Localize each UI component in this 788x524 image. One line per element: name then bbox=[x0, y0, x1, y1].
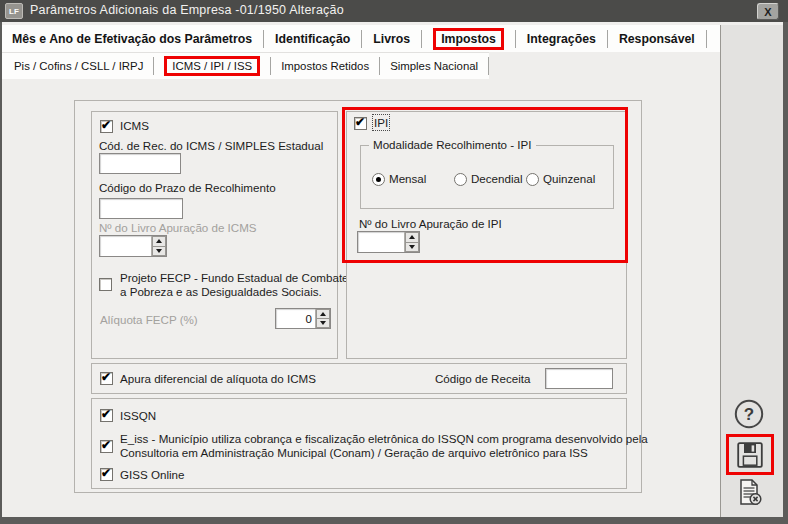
fecp-checkbox[interactable] bbox=[99, 278, 112, 291]
close-button[interactable]: X bbox=[757, 3, 779, 20]
secondary-tab-bar: Pis / Cofins / CSLL / IRPJ ICMS / IPI / … bbox=[2, 52, 489, 79]
aliquota-fecp-label: Alíquota FECP (%) bbox=[100, 313, 198, 326]
tab-impostos[interactable]: Impostos bbox=[422, 25, 515, 52]
tab-divider bbox=[706, 30, 707, 48]
apura-diferencial-checkbox[interactable] bbox=[100, 372, 113, 385]
codigo-receita-input[interactable] bbox=[545, 368, 613, 389]
icms-group: ICMS Cód. de Rec. do ICMS / SIMPLES Esta… bbox=[91, 111, 338, 359]
codigo-receita-label: Código de Receita bbox=[435, 372, 530, 385]
parametros-adicionais-dialog: LF Parâmetros Adicionais da Empresa -01/… bbox=[0, 0, 788, 524]
livro-apuracao-icms-input[interactable] bbox=[100, 236, 151, 256]
primary-tab-bar: Mês e Ano de Efetivação dos Parâmetros I… bbox=[2, 25, 720, 52]
tab-divider bbox=[488, 57, 489, 75]
help-icon: ? bbox=[733, 398, 765, 430]
aliquota-fecp-spinner[interactable] bbox=[275, 308, 331, 329]
window-title: Parâmetros Adicionais da Empresa -01/195… bbox=[30, 3, 344, 17]
tab-simples-nacional[interactable]: Simples Nacional bbox=[380, 53, 488, 79]
issqn-checkbox-label: ISSQN bbox=[120, 409, 156, 422]
tab-icms-ipi-iss[interactable]: ICMS / IPI / ISS bbox=[154, 53, 270, 79]
spin-down-icon[interactable] bbox=[152, 246, 166, 257]
icms-checkbox[interactable] bbox=[100, 120, 113, 133]
spin-down-icon[interactable] bbox=[316, 318, 330, 328]
giss-checkbox[interactable] bbox=[100, 468, 113, 481]
app-icon: LF bbox=[5, 3, 23, 19]
tab-impostos-retidos[interactable]: Impostos Retidos bbox=[271, 53, 379, 79]
tab-identificacao[interactable]: Identificação bbox=[264, 25, 361, 52]
cod-rec-icms-input[interactable] bbox=[99, 153, 181, 174]
side-button-column: ? bbox=[721, 25, 783, 517]
aliquota-fecp-input[interactable] bbox=[276, 309, 315, 328]
fecp-checkbox-label: Projeto FECP - Fundo Estadual de Combate… bbox=[120, 271, 349, 299]
save-button[interactable] bbox=[726, 434, 774, 475]
livro-apuracao-icms-spinner[interactable] bbox=[99, 235, 167, 257]
help-button[interactable]: ? bbox=[732, 397, 766, 431]
ipi-highlight-ring bbox=[342, 107, 628, 263]
dialog-body: Mês e Ano de Efetivação dos Parâmetros I… bbox=[2, 22, 783, 517]
spin-up-icon[interactable] bbox=[152, 236, 166, 246]
tab-integracoes[interactable]: Integrações bbox=[516, 25, 607, 52]
livro-apuracao-icms-label: Nº do Livro Apuração de ICMS bbox=[99, 221, 257, 234]
diferencial-aliquota-group: Apura diferencial de alíquota do ICMS Có… bbox=[91, 363, 627, 394]
issqn-group: ISSQN E_iss - Município utiliza cobrança… bbox=[91, 398, 627, 489]
tab-mes-ano-efetivacao[interactable]: Mês e Ano de Efetivação dos Parâmetros bbox=[2, 25, 263, 52]
apura-diferencial-label: Apura diferencial de alíquota do ICMS bbox=[120, 372, 316, 385]
icms-ipi-iss-highlight-ring: ICMS / IPI / ISS bbox=[164, 56, 260, 76]
tab-pis-cofins-csll-irpj[interactable]: Pis / Cofins / CSLL / IRPJ bbox=[2, 53, 153, 79]
impostos-highlight-ring: Impostos bbox=[433, 28, 504, 50]
cod-rec-icms-label: Cód. de Rec. do ICMS / SIMPLES Estadual bbox=[99, 139, 323, 152]
cancel-button[interactable] bbox=[734, 477, 766, 507]
prazo-recolhimento-label: Código do Prazo de Recolhimento bbox=[99, 181, 276, 194]
eiss-checkbox[interactable] bbox=[100, 440, 113, 453]
cancel-document-icon bbox=[735, 478, 765, 506]
eiss-checkbox-label: E_iss - Município utiliza cobrança e fis… bbox=[120, 432, 648, 459]
title-bar: LF Parâmetros Adicionais da Empresa -01/… bbox=[0, 0, 788, 22]
tab-responsavel[interactable]: Responsável bbox=[608, 25, 706, 52]
svg-text:?: ? bbox=[744, 405, 754, 424]
giss-checkbox-label: GISS Online bbox=[120, 468, 184, 481]
tab-livros[interactable]: Livros bbox=[362, 25, 421, 52]
issqn-checkbox[interactable] bbox=[100, 409, 113, 422]
spin-up-icon[interactable] bbox=[316, 309, 330, 318]
save-icon bbox=[736, 441, 764, 469]
icms-checkbox-label: ICMS bbox=[120, 119, 149, 132]
prazo-recolhimento-input[interactable] bbox=[99, 198, 183, 219]
